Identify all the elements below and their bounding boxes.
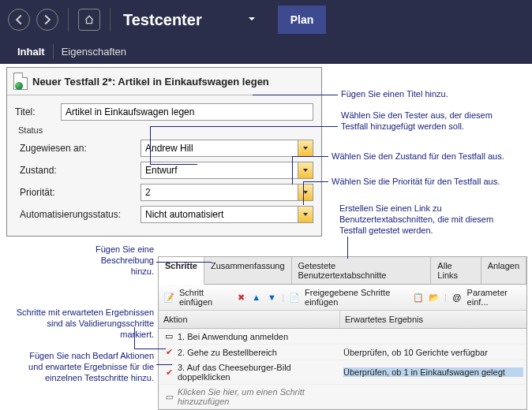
tab-anlagen[interactable]: Anlagen — [481, 257, 526, 284]
test-case-panel: Neuer Testfall 2*: Artikel in Einkaufswa… — [6, 67, 322, 237]
automation-label: Automatisierungsstatus: — [20, 209, 134, 220]
step-row[interactable]: ✔ 3. Auf das Cheeseburger-Bild doppelkli… — [159, 360, 526, 385]
steps-grid-header: Aktion Erwartetes Ergebnis — [159, 311, 526, 329]
forward-button[interactable] — [36, 9, 58, 31]
column-action: Aktion — [159, 311, 340, 328]
validation-step-icon: ✔ — [162, 367, 176, 378]
assigned-to-dropdown-icon[interactable] — [298, 140, 313, 157]
home-button[interactable] — [78, 9, 100, 31]
app-title-dropdown-icon[interactable] — [248, 14, 256, 25]
placeholder-icon: ▭ — [162, 392, 176, 402]
insert-step-icon[interactable]: 📝 — [163, 291, 174, 304]
step-row[interactable]: ▭ 1. Bei Anwendung anmelden — [159, 329, 526, 345]
priority-dropdown-icon[interactable] — [298, 184, 313, 201]
callout-validation: Schritte mit erwarteten Ergebnissen sind… — [16, 308, 154, 340]
shared-steps-icon2[interactable]: 📋 — [413, 291, 424, 304]
tab-zusammenfassung[interactable]: Zusammenfassung — [204, 257, 292, 284]
test-case-status-icon — [15, 82, 23, 90]
callout-priority: Wählen Sie die Priorität für den Testfal… — [332, 177, 529, 188]
shared-steps-icon[interactable]: 📄 — [289, 291, 300, 304]
tab-eigenschaften[interactable]: Eigenschaften — [54, 39, 134, 64]
callout-add-steps: Fügen Sie nach Bedarf Aktionen und erwar… — [24, 351, 154, 383]
automation-field[interactable] — [140, 206, 298, 223]
insert-shared-steps-button[interactable]: Freigegebene Schritte einfügen — [305, 288, 408, 307]
plan-tab[interactable]: Plan — [278, 6, 327, 34]
tab-inhalt[interactable]: Inhalt — [9, 39, 53, 64]
titel-input[interactable] — [61, 103, 313, 121]
step-icon: ▭ — [162, 331, 176, 341]
parameter-icon[interactable]: @ — [451, 291, 463, 304]
step-placeholder-row[interactable]: ▭ Klicken Sie hier, um einen Schritt hin… — [159, 385, 526, 409]
shared-open-icon[interactable]: 📂 — [429, 291, 440, 304]
state-label: Zustand: — [20, 165, 134, 176]
callout-state: Wählen Sie den Zustand für den Testfall … — [332, 151, 529, 162]
insert-parameter-button[interactable]: Parameter einf... — [467, 288, 522, 307]
test-case-title: Neuer Testfall 2*: Artikel in Einkaufswa… — [32, 76, 269, 88]
app-title: Testcenter — [123, 11, 202, 29]
automation-dropdown-icon[interactable] — [298, 206, 313, 223]
priority-label: Priorität: — [20, 187, 134, 198]
tab-alle-links[interactable]: Alle Links — [431, 257, 481, 284]
state-dropdown-icon[interactable] — [298, 162, 313, 179]
back-button[interactable] — [8, 9, 30, 31]
step-row[interactable]: ✔ 2. Gehe zu Bestellbereich Überprüfen, … — [159, 345, 526, 360]
top-bar: Testcenter Plan — [0, 0, 532, 39]
sub-tab-bar: Inhalt Eigenschaften — [0, 39, 532, 64]
move-up-icon[interactable]: ▲ — [251, 291, 262, 304]
priority-field[interactable] — [140, 184, 298, 201]
callout-tester: Wählen Sie den Tester aus, der diesem Te… — [341, 110, 515, 132]
move-down-icon[interactable]: ▼ — [267, 291, 278, 304]
callout-title: Fügen Sie einen Titel hinzu. — [341, 89, 448, 100]
insert-step-button[interactable]: Schritt einfügen — [179, 288, 230, 307]
delete-step-icon[interactable]: ✖ — [235, 291, 246, 304]
steps-panel: Schritte Zusammenfassung Getestete Benut… — [158, 256, 527, 410]
assigned-to-field[interactable] — [140, 140, 298, 157]
column-expected: Erwartetes Ergebnis — [340, 311, 526, 328]
assigned-to-label: Zugewiesen an: — [20, 143, 134, 154]
tab-benutzertext[interactable]: Getestete Benutzertextabschnitte — [292, 257, 432, 284]
steps-toolbar: 📝 Schritt einfügen ✖ ▲ ▼ | 📄 Freigegeben… — [159, 285, 526, 311]
callout-description: Fügen Sie eine Beschreibung hinzu. — [79, 244, 154, 277]
callout-link-user: Erstellen Sie einen Link zu Benutzertext… — [339, 203, 505, 236]
titel-label: Titel: — [15, 106, 54, 117]
